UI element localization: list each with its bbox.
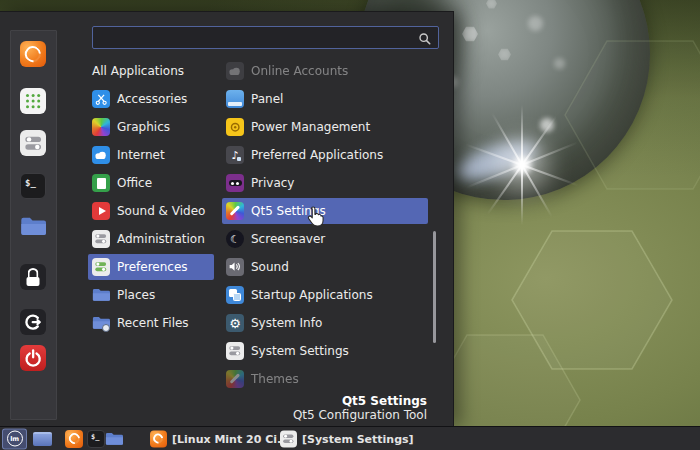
play-icon: [92, 202, 110, 220]
search-icon: [418, 31, 432, 45]
search-input[interactable]: [93, 31, 418, 45]
sidebar-terminal-button[interactable]: $_: [20, 173, 46, 199]
app-qt5-settings[interactable]: Qt5 Settings: [222, 198, 428, 224]
prefapps-icon: ♪: [226, 146, 244, 164]
toggles-gray-icon: [226, 342, 244, 360]
category-label: Graphics: [117, 120, 170, 134]
app-label: Preferred Applications: [251, 148, 383, 162]
toggles-gray-icon: [280, 430, 297, 447]
category-label: Administration: [117, 232, 205, 246]
sidebar-log-out-button[interactable]: [20, 309, 46, 335]
qt5brush-icon: [226, 370, 244, 388]
logout-icon: [20, 309, 46, 335]
sidebar-files-button[interactable]: [20, 213, 46, 239]
folder-icon: [92, 286, 110, 304]
hand-cursor: [303, 205, 325, 229]
category-places[interactable]: Places: [88, 282, 214, 308]
selected-app-description: Qt5 Configuration Tool: [293, 408, 427, 422]
screensaver-icon: ☾: [226, 230, 244, 248]
favorites-sidebar: $_: [10, 30, 57, 420]
category-all-applications[interactable]: All Applications: [88, 58, 214, 84]
selected-app-caption: Qt5 Settings Qt5 Configuration Tool: [293, 394, 427, 422]
sysinfo-icon: ⚙: [226, 314, 244, 332]
scissors-icon: [92, 90, 110, 108]
sidebar-shut-down-button[interactable]: [20, 345, 46, 371]
powermgmt-icon: [226, 118, 244, 136]
category-label: Preferences: [117, 260, 188, 274]
app-list-scrollbar[interactable]: [433, 231, 436, 343]
folder-icon: [20, 213, 46, 239]
app-startup-applications[interactable]: Startup Applications: [222, 282, 428, 308]
window-button-system-settings[interactable]: [System Settings]: [280, 430, 414, 447]
app-themes[interactable]: Themes: [222, 366, 428, 392]
app-preferred-applications[interactable]: ♪Preferred Applications: [222, 142, 428, 168]
toggles-gray-icon: [92, 230, 110, 248]
startup-icon: [226, 286, 244, 304]
app-online-accounts[interactable]: Online Accounts: [222, 58, 428, 84]
window-title: [Linux Mint 20 Ci...: [172, 432, 290, 445]
category-label: Accessories: [117, 92, 187, 106]
app-system-info[interactable]: ⚙System Info: [222, 310, 428, 336]
folder-icon: [105, 430, 123, 448]
sidebar-firefox-button[interactable]: [20, 41, 46, 67]
taskbar-terminal-launcher[interactable]: $_: [87, 430, 105, 448]
firefox-icon: [20, 41, 46, 67]
category-office[interactable]: Office: [88, 170, 214, 196]
category-graphics[interactable]: Graphics: [88, 114, 214, 140]
toggles-gray-icon: [20, 130, 46, 156]
category-accessories[interactable]: Accessories: [88, 86, 214, 112]
app-label: System Settings: [251, 344, 349, 358]
lock-icon: [20, 264, 46, 290]
qt5brush-icon: [226, 202, 244, 220]
category-label: Places: [117, 288, 155, 302]
app-label: Power Management: [251, 120, 370, 134]
category-recent-files[interactable]: Recent Files: [88, 310, 214, 336]
firefox-icon: [150, 430, 167, 447]
showdesk-icon: [33, 432, 52, 446]
rainbow-icon: [92, 118, 110, 136]
app-system-settings[interactable]: System Settings: [222, 338, 428, 364]
appgrid-icon: [20, 88, 46, 114]
sidebar-lock-screen-button[interactable]: [20, 264, 46, 290]
search-box[interactable]: [92, 26, 439, 49]
category-label: Recent Files: [117, 316, 189, 330]
mint-logo-icon: lm: [6, 430, 24, 448]
office-icon: [92, 174, 110, 192]
app-label: Themes: [251, 372, 299, 386]
cloudblue-icon: [92, 146, 110, 164]
category-label: All Applications: [92, 64, 184, 78]
cloudgray-icon: [226, 62, 244, 80]
category-internet[interactable]: Internet: [88, 142, 214, 168]
app-power-management[interactable]: Power Management: [222, 114, 428, 140]
window-button-linux-mint-20-ci[interactable]: [Linux Mint 20 Ci...: [150, 430, 290, 447]
category-label: Office: [117, 176, 152, 190]
power-icon: [20, 345, 46, 371]
taskbar-firefox-launcher[interactable]: [65, 430, 83, 448]
sidebar-applications-grid-button[interactable]: [20, 88, 46, 114]
taskbar-show-desktop-launcher[interactable]: [33, 432, 52, 446]
app-sound[interactable]: Sound: [222, 254, 428, 280]
app-label: Privacy: [251, 176, 294, 190]
app-label: System Info: [251, 316, 322, 330]
app-panel[interactable]: Panel: [222, 86, 428, 112]
app-screensaver[interactable]: ☾Screensaver: [222, 226, 428, 252]
category-label: Sound & Video: [117, 204, 205, 218]
mint-menu-button[interactable]: lm: [2, 428, 27, 449]
application-list: Online AccountsPanelPower Management♪Pre…: [222, 58, 428, 394]
category-preferences[interactable]: Preferences: [88, 254, 214, 280]
category-sound-video[interactable]: Sound & Video: [88, 198, 214, 224]
sound-icon: [226, 258, 244, 276]
app-label: Startup Applications: [251, 288, 373, 302]
app-privacy[interactable]: Privacy: [222, 170, 428, 196]
app-label: Online Accounts: [251, 64, 348, 78]
taskbar-files-launcher[interactable]: [105, 430, 123, 448]
selected-app-name: Qt5 Settings: [293, 394, 427, 408]
app-label: Screensaver: [251, 232, 325, 246]
terminal-icon: $_: [87, 430, 105, 448]
app-label: Sound: [251, 260, 289, 274]
app-label: Panel: [251, 92, 283, 106]
terminal-icon: $_: [20, 173, 46, 199]
category-administration[interactable]: Administration: [88, 226, 214, 252]
sidebar-system-settings-button[interactable]: [20, 130, 46, 156]
folder-clock-icon: [92, 314, 110, 332]
